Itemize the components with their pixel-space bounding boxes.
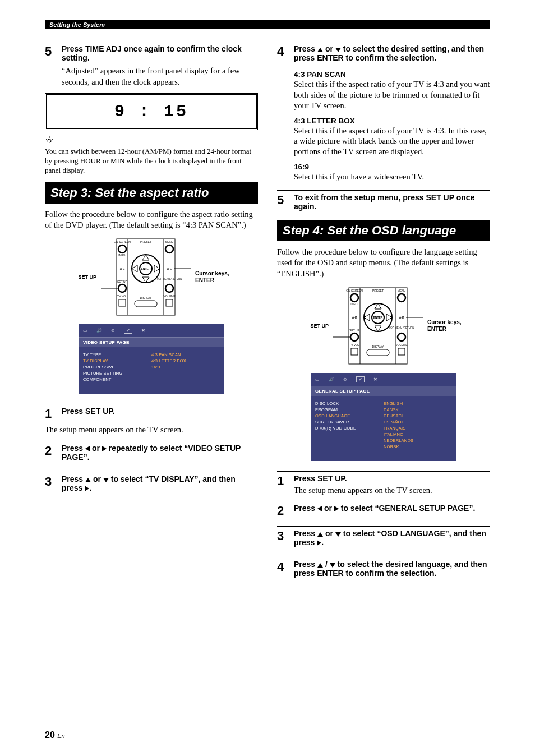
down-icon — [335, 532, 341, 537]
step-body: “Adjusted” appears in the front panel di… — [62, 66, 258, 87]
svg-text:DISPLAY: DISPLAY — [140, 296, 152, 299]
remote-illustration: ON SCREEN PRESET MENU INFO. A-E A-E ENTE… — [101, 238, 191, 316]
step-title: To exit from the setup menu, press SET U… — [294, 193, 490, 211]
svg-point-10 — [165, 245, 173, 253]
up-icon — [317, 532, 323, 537]
option-heading: 4:3 PAN SCAN — [294, 70, 490, 79]
svg-text:PRESET: PRESET — [372, 289, 384, 292]
option-heading: 4:3 LETTER BOX — [294, 117, 490, 125]
running-header: Setting the System — [45, 20, 490, 29]
svg-text:VOLUME: VOLUME — [163, 294, 176, 298]
svg-rect-19 — [119, 299, 126, 306]
right-s4: 4 Press or to select the desired setting… — [277, 44, 490, 64]
svg-rect-50 — [398, 348, 405, 355]
step-title: Press or to select “OSD LANGUAGE”, and t… — [294, 529, 490, 547]
section-intro: Follow the procedure below to configure … — [45, 209, 258, 231]
svg-marker-16 — [154, 265, 160, 272]
tab-icon: ▭ — [315, 377, 320, 382]
tip-icon — [45, 136, 258, 146]
right-r2: 2 Press or to select “GENERAL SETUP PAGE… — [277, 504, 490, 518]
svg-point-48 — [398, 333, 405, 341]
left-icon — [85, 446, 90, 451]
left-s3: 3 Press or to select “TV DISPLAY”, and t… — [45, 474, 258, 495]
svg-text:TV VOL: TV VOL — [117, 294, 127, 298]
svg-text:ENTER: ENTER — [141, 267, 151, 270]
right-r1: 1 Press SET UP. The setup menu appears o… — [277, 474, 490, 496]
tab-icon: 🔊 — [329, 377, 334, 382]
svg-marker-46 — [386, 314, 392, 321]
down-icon — [330, 563, 335, 568]
step-number: 2 — [45, 444, 62, 464]
option-text: Select this if the aspect ratio of your … — [294, 126, 490, 158]
step-body: The setup menu appears on the TV screen. — [45, 425, 258, 436]
svg-rect-51 — [367, 349, 389, 356]
svg-text:SET UP: SET UP — [349, 329, 360, 332]
svg-line-4 — [47, 142, 48, 142]
up-icon — [317, 48, 323, 52]
tab-icon: ✔ — [356, 376, 365, 382]
svg-point-47 — [350, 333, 358, 341]
svg-text:MENU: MENU — [165, 240, 174, 243]
option-text: Select this if you have a widescreen TV. — [294, 172, 490, 182]
svg-text:ON SCREEN: ON SCREEN — [346, 289, 363, 292]
remote-illustration: ON SCREEN PRESET MENU INFO. A-E A-E ENTE… — [333, 287, 423, 365]
svg-marker-14 — [142, 277, 149, 283]
step-title: Press / to select the desired language, … — [294, 560, 490, 578]
svg-text:PRESET: PRESET — [140, 240, 151, 243]
up-icon — [317, 563, 323, 568]
osd-general-setup: ▭🔊⊗✔✖ GENERAL SETUP PAGE DISC LOCK PROGR… — [311, 373, 456, 461]
svg-text:MENU: MENU — [398, 289, 406, 292]
step-number: 5 — [45, 44, 62, 64]
svg-line-5 — [51, 142, 52, 142]
remote-diagram: SET UP ON SCREEN PRESET MENU — [45, 238, 258, 316]
step-number: 5 — [277, 193, 294, 213]
step-number: 1 — [277, 474, 294, 496]
svg-marker-13 — [142, 255, 149, 260]
svg-text:TOP MENU /RETURN: TOP MENU /RETURN — [389, 326, 414, 329]
tip-text: You can switch between 12-hour (AM/PM) f… — [45, 147, 258, 176]
svg-rect-21 — [135, 301, 157, 307]
svg-text:A-E: A-E — [120, 267, 125, 270]
svg-text:INFO.: INFO. — [118, 253, 126, 257]
svg-text:SET UP: SET UP — [117, 280, 128, 283]
left-column: 5 Press TIME ADJ once again to confirm t… — [45, 42, 258, 580]
svg-point-18 — [165, 284, 173, 292]
svg-text:A-E: A-E — [399, 316, 404, 319]
section-heading: Step 4: Set the OSD language — [277, 220, 490, 241]
svg-text:ON SCREEN: ON SCREEN — [114, 240, 131, 243]
down-icon — [335, 48, 341, 52]
tab-icon: ▭ — [83, 328, 87, 333]
svg-marker-15 — [132, 265, 137, 272]
right-icon — [102, 446, 107, 451]
step-number: 3 — [45, 474, 62, 495]
step-number: 4 — [277, 560, 294, 580]
svg-text:TV VOL: TV VOL — [349, 343, 359, 347]
front-panel-display: 9 : 15 — [45, 93, 258, 130]
step-title: Press SET UP. — [294, 474, 490, 483]
svg-marker-43 — [375, 303, 381, 309]
section-intro: Follow the procedure below to configure … — [277, 247, 490, 280]
remote-right-label: Cursor keys, ENTER — [195, 270, 240, 284]
right-r4: 4 Press / to select the desired language… — [277, 560, 490, 580]
section-heading: Step 3: Set the aspect ratio — [45, 182, 258, 204]
osd-video-setup: ▭ 🔊 ⊗ ✔ ✖ VIDEO SETUP PAGE TV TYPE TV DI… — [79, 324, 224, 394]
step-number: 4 — [277, 44, 294, 64]
svg-text:A-E: A-E — [352, 316, 357, 319]
svg-text:A-E: A-E — [167, 267, 172, 270]
tab-icon: 🔊 — [96, 328, 102, 333]
tab-icon: ⊗ — [111, 328, 115, 333]
osd-right-items: ENGLISHDANSKDEUSTCHESPAÑOLFRANÇAISITALIA… — [384, 400, 452, 450]
tab-icon: ✔ — [124, 328, 132, 334]
svg-rect-20 — [166, 299, 173, 306]
step-title: Press SET UP. — [62, 407, 258, 416]
step-number: 2 — [277, 504, 294, 518]
svg-text:ENTER: ENTER — [373, 316, 383, 319]
option-text: Select this if the aspect ratio of your … — [294, 79, 490, 111]
remote-right-label: Cursor keys, ENTER — [427, 319, 472, 333]
right-r3: 3 Press or to select “OSD LANGUAGE”, and… — [277, 529, 490, 549]
option-heading: 16:9 — [294, 163, 490, 171]
tab-icon: ✖ — [141, 328, 145, 333]
remote-diagram: SET UP ON SCREEN PRESET MENU INFO. A-E A… — [277, 287, 490, 365]
svg-line-2 — [46, 139, 48, 140]
svg-point-9 — [118, 245, 126, 253]
